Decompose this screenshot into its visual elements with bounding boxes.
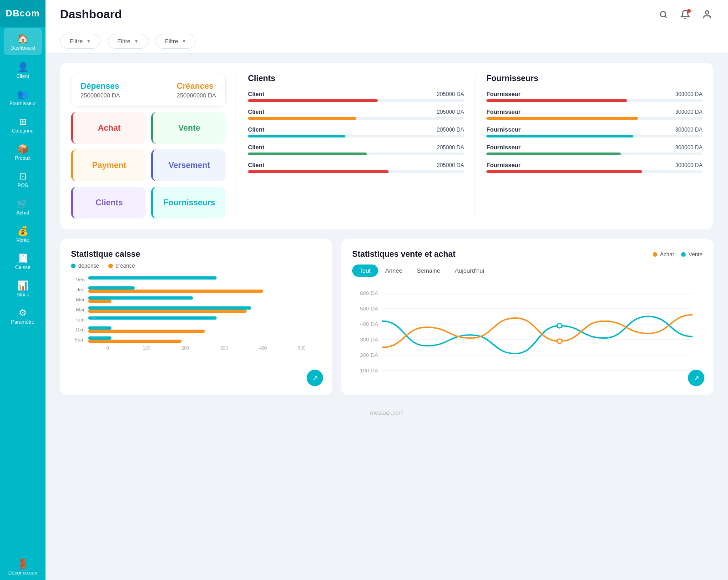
sidebar-item-stock[interactable]: 📊 Stock xyxy=(0,275,46,302)
creance-bar xyxy=(88,340,182,343)
header-icons xyxy=(657,8,713,21)
progress-bar-bg xyxy=(486,117,703,120)
page-title: Dashboard xyxy=(60,7,122,21)
sidebar-item-deconnexion[interactable]: 🚪 Déconnexion xyxy=(0,553,46,580)
client-name: Client xyxy=(248,162,264,168)
achat-card[interactable]: Achat xyxy=(71,112,146,144)
filter-button-2[interactable]: Filtre ▼ xyxy=(108,34,148,49)
fournisseur-row: Fournisseur 300000 DA xyxy=(486,108,703,120)
bar-track xyxy=(88,296,321,303)
fournisseurs-label: Fournisseurs xyxy=(163,198,215,208)
depense-bar xyxy=(88,296,193,300)
creance-bar xyxy=(88,290,263,293)
svg-text:200 DA: 200 DA xyxy=(360,352,379,357)
progress-bar-bg xyxy=(248,170,464,173)
x-axis-label: 0 xyxy=(88,346,127,351)
expand-stat-caisse-button[interactable]: ↗ xyxy=(307,370,323,386)
bar-row: Dim xyxy=(71,326,321,333)
vente-legend: Vente xyxy=(681,251,703,258)
client-value: 205000 DA xyxy=(437,127,464,133)
depense-bar xyxy=(88,336,111,340)
sidebar-item-parametre[interactable]: ⚙ Paramètre xyxy=(0,302,46,329)
divider-2 xyxy=(475,74,475,219)
fournisseur-row: Fournisseur 300000 DA xyxy=(486,91,703,102)
fournisseur-row: Fournisseur 300000 DA xyxy=(486,126,703,137)
chevron-down-icon: ▼ xyxy=(134,39,139,44)
bar-row: Jeu xyxy=(71,286,321,293)
vente-icon: 💰 xyxy=(17,226,29,235)
bottom-section: Statistique caisse dépense créance Ven xyxy=(60,239,713,395)
achat-legend-dot xyxy=(653,252,657,257)
depense-bar xyxy=(88,306,251,310)
bar-day-label: Sam xyxy=(71,337,85,342)
bar-day-label: Mer xyxy=(71,297,85,302)
bar-track xyxy=(88,336,321,343)
divider-1 xyxy=(237,74,237,219)
x-axis-label: 200 xyxy=(166,346,205,351)
produit-icon: 📦 xyxy=(17,144,29,153)
sidebar-item-client[interactable]: 👤 Client xyxy=(0,56,46,83)
pos-icon: ⊡ xyxy=(19,172,27,181)
time-filter-tout[interactable]: Tout xyxy=(352,265,378,277)
search-icon[interactable] xyxy=(657,8,670,21)
time-filter-semaine[interactable]: Semaine xyxy=(410,265,447,277)
time-filter-année[interactable]: Année xyxy=(378,265,410,277)
chevron-down-icon: ▼ xyxy=(86,39,91,44)
x-axis-label: 100 xyxy=(127,346,166,351)
payment-card[interactable]: Payment xyxy=(71,149,146,181)
stat-caisse-card: Statistique caisse dépense créance Ven xyxy=(60,239,332,395)
stat-vente-header: Statistiques vente et achat Achat Vente xyxy=(352,249,703,259)
time-filter-aujourd'hui[interactable]: Aujourd'hui xyxy=(447,265,491,277)
depense-legend: dépense xyxy=(71,263,99,269)
fournisseurs-card[interactable]: Fournisseurs xyxy=(151,187,226,219)
client-value: 205000 DA xyxy=(437,91,464,97)
bar-row: Ven xyxy=(71,276,321,283)
sidebar-item-fournisseur[interactable]: 👥 Fournisseur xyxy=(0,83,46,111)
sidebar-item-achat[interactable]: 🛒 Achat xyxy=(0,193,46,220)
sidebar-item-categorie[interactable]: ⊞ Catégorie xyxy=(0,111,46,138)
bar-track xyxy=(88,286,321,293)
achat-label: Achat xyxy=(98,123,121,133)
client-row: Client 205000 DA xyxy=(248,108,464,120)
sidebar-logo: DBcom xyxy=(0,0,46,27)
categorie-icon: ⊞ xyxy=(19,117,27,126)
filter-button-1[interactable]: Filtre ▼ xyxy=(60,34,101,49)
bar-track xyxy=(88,276,321,283)
filter-button-3[interactable]: Filtre ▼ xyxy=(156,34,196,49)
vente-card[interactable]: Vente xyxy=(151,112,226,144)
client-name: Client xyxy=(248,91,264,97)
expand-stat-vente-button[interactable]: ↗ xyxy=(688,370,704,386)
progress-bar-bg xyxy=(486,99,703,102)
x-axis-label: 300 xyxy=(205,346,243,351)
sidebar-item-vente[interactable]: 💰 Vente xyxy=(0,220,46,247)
x-axis-label: 500 xyxy=(283,346,321,351)
home-icon: 🏠 xyxy=(17,34,29,43)
progress-bar xyxy=(248,99,378,102)
clients-card[interactable]: Clients xyxy=(71,187,146,219)
sidebar-item-dashboard[interactable]: 🏠 Dashboard xyxy=(4,28,42,55)
sidebar-item-caisse[interactable]: 🧾 Caisse xyxy=(0,247,46,275)
sidebar-item-produit[interactable]: 📦 Produit xyxy=(0,138,46,165)
fournisseur-value: 300000 DA xyxy=(675,162,703,168)
svg-point-16 xyxy=(557,339,562,343)
depense-bar xyxy=(88,276,217,280)
client-icon: 👤 xyxy=(17,62,29,71)
creance-bar xyxy=(88,310,247,313)
achat-line xyxy=(382,315,693,347)
creances-value: 250000000 DA xyxy=(177,92,216,99)
progress-bar xyxy=(248,170,389,173)
line-chart: 600 DA500 DA400 DA300 DA200 DA100 DA xyxy=(352,284,703,384)
svg-text:500 DA: 500 DA xyxy=(360,306,379,311)
notification-icon[interactable] xyxy=(679,8,692,21)
fournisseur-value: 300000 DA xyxy=(675,127,703,133)
versement-card[interactable]: Versement xyxy=(151,149,226,181)
bar-row: Sam xyxy=(71,336,321,343)
user-icon[interactable] xyxy=(701,8,713,21)
bar-row: Mar xyxy=(71,306,321,313)
filter-bar: Filtre ▼ Filtre ▼ Filtre ▼ xyxy=(46,29,728,54)
summary-cards: Dépenses 250000000 DA Créances 250000000… xyxy=(71,74,226,219)
client-row: Client 205000 DA xyxy=(248,91,464,102)
fournisseur-name: Fournisseur xyxy=(486,91,521,97)
clients-section-title: Clients xyxy=(248,74,464,83)
sidebar-item-pos[interactable]: ⊡ POS xyxy=(0,165,46,193)
